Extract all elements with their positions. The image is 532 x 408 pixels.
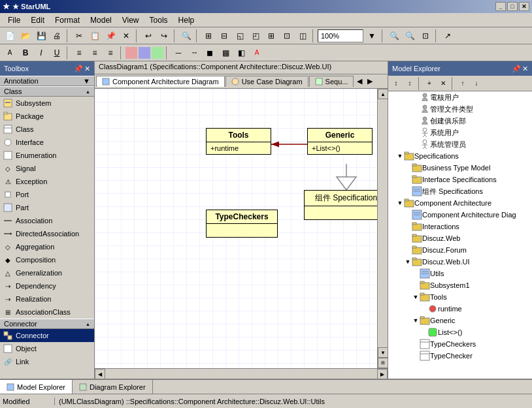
line-color[interactable]: ◼	[203, 46, 217, 60]
color2[interactable]	[139, 47, 150, 59]
tree-item-n7[interactable]: Business Type Model	[388, 162, 532, 174]
menu-tools[interactable]: Tools	[144, 14, 173, 26]
sort-btn1[interactable]: ↕	[390, 77, 403, 90]
menu-file[interactable]: File	[3, 14, 25, 26]
minimize-button[interactable]: _	[495, 2, 506, 11]
tree-item-n19[interactable]: runtime	[388, 303, 532, 315]
print-button[interactable]: 🖨	[50, 29, 64, 43]
tree-item-n14[interactable]: Discuz.Forum	[388, 244, 532, 256]
menu-edit[interactable]: Edit	[25, 14, 50, 26]
bold-btn[interactable]: B	[18, 46, 33, 60]
tool-dependency[interactable]: ⇢ Dependency	[0, 279, 94, 292]
save-button[interactable]: 💾	[34, 29, 48, 43]
tab-next[interactable]: ▶	[365, 77, 375, 86]
tree-toggle[interactable]: ▼	[396, 200, 404, 206]
tree-item-n16[interactable]: Utils	[388, 268, 532, 279]
toolbox-section-annotation[interactable]: Annotation ▼	[0, 76, 94, 86]
redo-button[interactable]: ↪	[157, 29, 171, 43]
tool-generalization[interactable]: △ Generalization	[0, 266, 94, 279]
uml-class-specs[interactable]: 组件 Specifications	[304, 190, 377, 220]
zoom-level[interactable]: 100%	[318, 29, 363, 42]
tool-package[interactable]: Package	[0, 110, 94, 123]
zoom-corner[interactable]: ⊞	[378, 358, 388, 368]
menu-format[interactable]: Format	[50, 14, 85, 26]
tree-item-n17[interactable]: Subsystem1	[388, 279, 532, 291]
align-right[interactable]: ≡	[103, 46, 118, 60]
zoom-dropdown[interactable]: ▼	[365, 29, 379, 43]
tree-toggle[interactable]: ▼	[412, 294, 420, 300]
vscrollbar[interactable]: ▲ ▼ ⊞	[377, 89, 388, 368]
tree-item-n3[interactable]: 创建俱乐部	[388, 115, 532, 127]
tree-item-n11[interactable]: Component Architecture Diag	[388, 209, 532, 221]
color3[interactable]	[152, 47, 163, 59]
tool-signal[interactable]: ◇ Signal	[0, 162, 94, 175]
align-center[interactable]: ≡	[88, 46, 102, 60]
sort-btn2[interactable]: ↕	[403, 77, 416, 90]
tree-item-n22[interactable]: TypeCheckers	[388, 338, 532, 350]
tab-model-explorer[interactable]: Model Explorer	[0, 380, 73, 394]
tree-item-n8[interactable]: Interface Specifications	[388, 174, 532, 185]
tool-class[interactable]: Class	[0, 123, 94, 136]
zoom-in[interactable]: 🔍	[387, 29, 401, 43]
add-btn[interactable]: +	[423, 77, 436, 90]
tree-item-n12[interactable]: Interactions	[388, 221, 532, 232]
align-left[interactable]: ≡	[72, 46, 86, 60]
uml-class-typecheckers[interactable]: TypeCheckers	[206, 210, 278, 238]
tab-component-arch[interactable]: Component Architecture Diagram	[96, 76, 225, 87]
tool-associationclass[interactable]: ⊞ AssociationClass	[0, 306, 94, 319]
color1[interactable]	[125, 47, 137, 59]
new-button[interactable]: 📄	[3, 29, 17, 43]
font-btn[interactable]: A	[3, 46, 17, 60]
tool-subsystem[interactable]: Subsystem	[0, 97, 94, 110]
italic-btn[interactable]: I	[34, 46, 48, 60]
tool-composition[interactable]: ◆ Composition	[0, 253, 94, 266]
tool-realization[interactable]: ⇢ Realization	[0, 292, 94, 306]
open-button[interactable]: 📂	[18, 29, 33, 43]
diagram-canvas[interactable]: Tools +runtime Generic +List<>() TypeChe…	[95, 89, 377, 368]
explorer-close[interactable]: ✕	[522, 65, 528, 73]
tool-part[interactable]: Part	[0, 201, 94, 214]
tree-item-n21[interactable]: List<>()	[388, 326, 532, 338]
tool-interface[interactable]: Interface	[0, 136, 94, 149]
tool-directedassociation[interactable]: DirectedAssociation	[0, 227, 94, 240]
tool-link[interactable]: 🔗 Link	[0, 355, 94, 368]
copy-button[interactable]: 📋	[88, 29, 102, 43]
move-up-btn[interactable]: ↑	[456, 77, 469, 90]
menu-view[interactable]: View	[117, 14, 144, 26]
undo-button[interactable]: ↩	[141, 29, 156, 43]
scroll-down-btn[interactable]: ▼	[378, 347, 388, 358]
menu-model[interactable]: Model	[85, 14, 117, 26]
tree-item-n10[interactable]: ▼Component Architecture	[388, 197, 532, 209]
tree-item-n18[interactable]: ▼Tools	[388, 291, 532, 303]
font-color[interactable]: A	[250, 46, 264, 60]
tab-prev[interactable]: ◀	[354, 77, 365, 86]
tree-item-n2[interactable]: 管理文件类型	[388, 103, 532, 115]
tree-item-n6[interactable]: ▼Specifications	[388, 150, 532, 162]
tree-item-n1[interactable]: 電核用户	[388, 91, 532, 103]
fit-button[interactable]: ⊡	[418, 29, 433, 43]
tree-item-n23[interactable]: TypeChecker	[388, 350, 532, 362]
tb6[interactable]: ⊟	[217, 29, 231, 43]
tb11[interactable]: ◫	[295, 29, 310, 43]
tree-item-n13[interactable]: Discuz.Web	[388, 232, 532, 244]
explorer-pin[interactable]: 📌	[512, 65, 521, 73]
toolbox-scroll[interactable]: Annotation ▼ Class ▲ Subsystem Package	[0, 76, 94, 379]
tree-toggle[interactable]: ▼	[404, 259, 412, 265]
find-button[interactable]: 🔍	[179, 29, 193, 43]
tab-sequ[interactable]: Sequ...	[309, 76, 354, 87]
tree-toggle[interactable]: ▼	[412, 317, 420, 324]
toolbox-section-class-top[interactable]: Class ▲	[0, 86, 94, 97]
uml-class-generic[interactable]: Generic +List<>()	[307, 128, 373, 155]
tool-enumeration[interactable]: Enumeration	[0, 149, 94, 162]
tree-item-n15[interactable]: ▼Discuz.Web.UI	[388, 256, 532, 268]
zoom-out[interactable]: 🔍	[403, 29, 417, 43]
tb9[interactable]: ⊞	[264, 29, 278, 43]
underline-btn[interactable]: U	[50, 46, 64, 60]
shadow-btn[interactable]: ◧	[234, 46, 248, 60]
tool-connector[interactable]: Connector	[0, 329, 94, 342]
tool-port[interactable]: Port	[0, 188, 94, 201]
paste-button[interactable]: 📌	[103, 29, 118, 43]
tool-exception[interactable]: ⚠ Exception	[0, 175, 94, 188]
tool-association[interactable]: Association	[0, 214, 94, 227]
tool-aggregation[interactable]: ◇ Aggregation	[0, 240, 94, 253]
